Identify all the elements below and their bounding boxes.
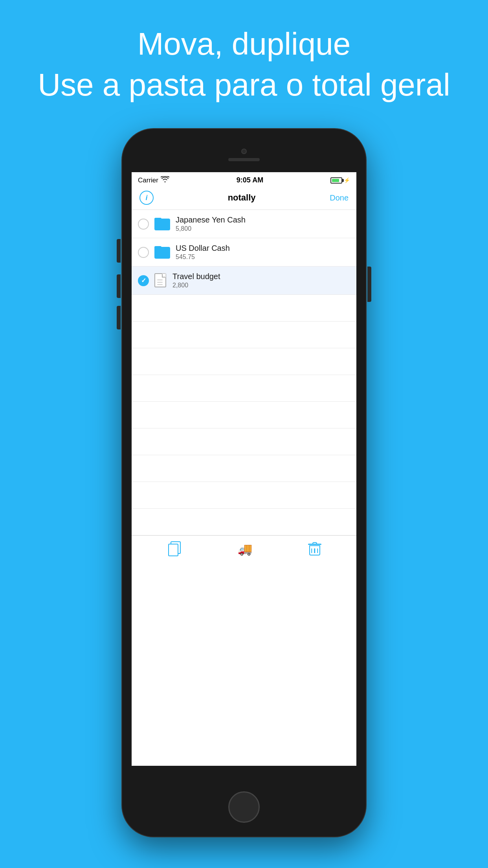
empty-row	[132, 322, 356, 348]
empty-row	[132, 295, 356, 322]
earpiece-speaker	[228, 158, 260, 161]
status-right: ⚡	[330, 177, 350, 184]
header-line2: Use a pasta para o total geral	[38, 64, 450, 105]
empty-row	[132, 348, 356, 375]
status-left: Carrier	[138, 176, 169, 184]
bottom-toolbar: 🚚	[132, 535, 356, 562]
truck-icon: 🚚	[238, 542, 252, 556]
status-bar: Carrier 9:05 AM ⚡	[132, 172, 356, 187]
phone-body: Carrier 9:05 AM ⚡	[122, 129, 366, 837]
empty-row	[132, 402, 356, 428]
list-item-japanese-yen[interactable]: Japanese Yen Cash5,800	[132, 210, 356, 238]
trash-icon	[309, 542, 320, 555]
list-item-us-dollar[interactable]: US Dollar Cash545.75	[132, 238, 356, 267]
empty-row	[132, 455, 356, 482]
empty-rows	[132, 295, 356, 535]
duplicate-icon	[168, 541, 181, 556]
item-text-japanese-yen: Japanese Yen Cash5,800	[176, 215, 350, 232]
battery-fill	[332, 179, 339, 182]
item-title-travel-budget: Travel budget	[172, 272, 350, 281]
header-line1: Mova, duplique	[38, 24, 450, 64]
front-camera	[241, 149, 247, 154]
status-time: 9:05 AM	[237, 176, 263, 184]
nav-title: notally	[228, 193, 256, 203]
item-subtitle-us-dollar: 545.75	[176, 254, 350, 261]
document-icon	[154, 273, 167, 288]
checkbox-travel-budget[interactable]	[138, 275, 149, 286]
item-text-travel-budget: Travel budget2,800	[172, 272, 350, 289]
empty-row	[132, 509, 356, 535]
list-item-travel-budget[interactable]: Travel budget2,800	[132, 267, 356, 295]
folder-icon	[154, 246, 170, 259]
charging-bolt: ⚡	[344, 177, 350, 183]
phone-device: Carrier 9:05 AM ⚡	[122, 129, 366, 837]
empty-row	[132, 482, 356, 509]
carrier-label: Carrier	[138, 177, 158, 184]
folder-icon	[154, 218, 170, 230]
duplicate-button[interactable]	[168, 541, 181, 556]
phone-top	[228, 149, 260, 161]
trash-lid	[308, 544, 321, 545]
home-button[interactable]	[228, 791, 260, 823]
checkbox-us-dollar[interactable]	[138, 247, 149, 258]
empty-row	[132, 375, 356, 402]
done-button[interactable]: Done	[330, 193, 349, 202]
header-section: Mova, duplique Use a pasta para o total …	[38, 24, 450, 105]
wifi-icon	[161, 176, 169, 184]
info-button[interactable]: i	[139, 191, 154, 205]
delete-button[interactable]	[309, 542, 320, 555]
nav-bar: i notally Done	[132, 187, 356, 210]
trash-lines	[311, 548, 318, 553]
items-list: Japanese Yen Cash5,800US Dollar Cash545.…	[132, 210, 356, 295]
item-title-us-dollar: US Dollar Cash	[176, 244, 350, 253]
item-text-us-dollar: US Dollar Cash545.75	[176, 244, 350, 261]
battery-icon	[330, 177, 342, 184]
item-subtitle-japanese-yen: 5,800	[176, 225, 350, 232]
empty-row	[132, 428, 356, 455]
phone-screen: Carrier 9:05 AM ⚡	[132, 172, 356, 766]
page2	[168, 544, 178, 556]
move-button[interactable]: 🚚	[238, 542, 252, 556]
item-subtitle-travel-budget: 2,800	[172, 282, 350, 289]
checkbox-japanese-yen[interactable]	[138, 219, 149, 230]
item-title-japanese-yen: Japanese Yen Cash	[176, 215, 350, 224]
